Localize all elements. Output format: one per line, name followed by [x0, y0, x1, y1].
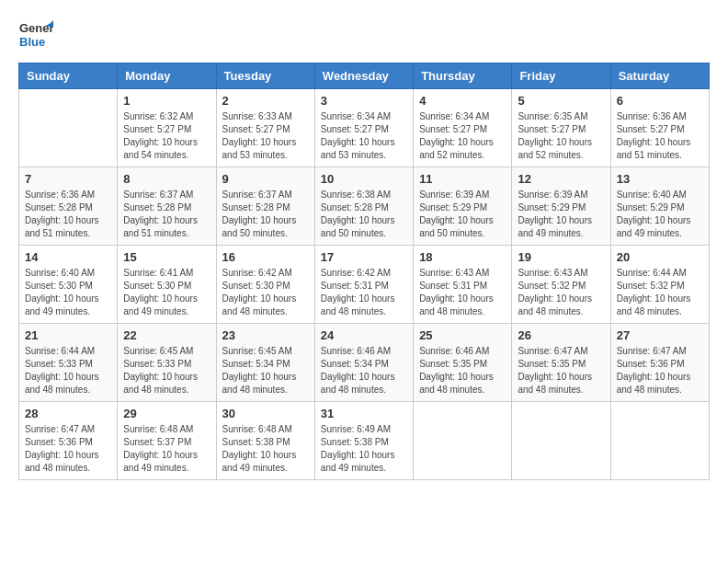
calendar-week-3: 14Sunrise: 6:40 AM Sunset: 5:30 PM Dayli…	[19, 246, 710, 324]
day-info: Sunrise: 6:43 AM Sunset: 5:31 PM Dayligh…	[419, 267, 506, 318]
day-number: 23	[222, 328, 309, 342]
calendar-cell: 28Sunrise: 6:47 AM Sunset: 5:36 PM Dayli…	[19, 402, 118, 480]
calendar-cell: 30Sunrise: 6:48 AM Sunset: 5:38 PM Dayli…	[216, 402, 314, 480]
day-info: Sunrise: 6:44 AM Sunset: 5:33 PM Dayligh…	[25, 345, 111, 396]
day-number: 15	[123, 250, 210, 264]
day-info: Sunrise: 6:45 AM Sunset: 5:34 PM Dayligh…	[222, 345, 309, 396]
calendar-week-4: 21Sunrise: 6:44 AM Sunset: 5:33 PM Dayli…	[19, 324, 710, 402]
day-number: 20	[617, 250, 703, 264]
calendar-week-5: 28Sunrise: 6:47 AM Sunset: 5:36 PM Dayli…	[19, 402, 710, 480]
day-of-week-sunday: Sunday	[19, 63, 118, 89]
calendar-cell: 23Sunrise: 6:45 AM Sunset: 5:34 PM Dayli…	[216, 324, 314, 402]
day-info: Sunrise: 6:45 AM Sunset: 5:33 PM Dayligh…	[123, 345, 210, 396]
day-number: 22	[123, 328, 210, 342]
calendar-header-row: SundayMondayTuesdayWednesdayThursdayFrid…	[19, 63, 710, 89]
calendar-week-2: 7Sunrise: 6:36 AM Sunset: 5:28 PM Daylig…	[19, 167, 710, 246]
calendar-cell: 13Sunrise: 6:40 AM Sunset: 5:29 PM Dayli…	[610, 167, 709, 246]
day-info: Sunrise: 6:34 AM Sunset: 5:27 PM Dayligh…	[321, 110, 407, 162]
day-info: Sunrise: 6:47 AM Sunset: 5:36 PM Dayligh…	[25, 423, 111, 475]
day-number: 9	[222, 172, 309, 186]
calendar-table: SundayMondayTuesdayWednesdayThursdayFrid…	[18, 63, 710, 480]
day-info: Sunrise: 6:48 AM Sunset: 5:37 PM Dayligh…	[123, 423, 210, 475]
day-info: Sunrise: 6:49 AM Sunset: 5:38 PM Dayligh…	[321, 423, 407, 475]
day-info: Sunrise: 6:38 AM Sunset: 5:28 PM Dayligh…	[321, 189, 407, 240]
calendar-cell: 4Sunrise: 6:34 AM Sunset: 5:27 PM Daylig…	[414, 89, 512, 167]
calendar-cell: 11Sunrise: 6:39 AM Sunset: 5:29 PM Dayli…	[414, 167, 512, 246]
day-number: 10	[321, 172, 407, 186]
day-number: 11	[419, 172, 506, 186]
day-info: Sunrise: 6:34 AM Sunset: 5:27 PM Dayligh…	[419, 110, 506, 162]
calendar-cell: 31Sunrise: 6:49 AM Sunset: 5:38 PM Dayli…	[314, 402, 413, 480]
logo: General Blue	[18, 18, 53, 53]
calendar-cell: 29Sunrise: 6:48 AM Sunset: 5:37 PM Dayli…	[118, 402, 216, 480]
calendar-cell	[610, 402, 709, 480]
logo-svg: General Blue	[18, 18, 53, 53]
day-info: Sunrise: 6:40 AM Sunset: 5:29 PM Dayligh…	[617, 189, 703, 240]
day-info: Sunrise: 6:47 AM Sunset: 5:35 PM Dayligh…	[518, 345, 604, 396]
day-number: 5	[518, 94, 604, 108]
day-info: Sunrise: 6:32 AM Sunset: 5:27 PM Dayligh…	[123, 110, 210, 162]
calendar-cell: 18Sunrise: 6:43 AM Sunset: 5:31 PM Dayli…	[414, 246, 512, 324]
day-info: Sunrise: 6:33 AM Sunset: 5:27 PM Dayligh…	[222, 110, 309, 162]
day-number: 1	[123, 94, 210, 108]
calendar-cell: 25Sunrise: 6:46 AM Sunset: 5:35 PM Dayli…	[414, 324, 512, 402]
day-number: 24	[321, 328, 407, 342]
day-of-week-saturday: Saturday	[610, 63, 709, 89]
day-number: 25	[419, 328, 506, 342]
calendar-cell	[512, 402, 610, 480]
calendar-cell: 1Sunrise: 6:32 AM Sunset: 5:27 PM Daylig…	[118, 89, 216, 167]
day-number: 6	[617, 94, 703, 108]
calendar-cell: 6Sunrise: 6:36 AM Sunset: 5:27 PM Daylig…	[610, 89, 709, 167]
day-info: Sunrise: 6:46 AM Sunset: 5:34 PM Dayligh…	[321, 345, 407, 396]
calendar-cell: 9Sunrise: 6:37 AM Sunset: 5:28 PM Daylig…	[216, 167, 314, 246]
day-info: Sunrise: 6:44 AM Sunset: 5:32 PM Dayligh…	[617, 267, 703, 318]
calendar-cell: 24Sunrise: 6:46 AM Sunset: 5:34 PM Dayli…	[314, 324, 413, 402]
calendar-cell: 7Sunrise: 6:36 AM Sunset: 5:28 PM Daylig…	[19, 167, 118, 246]
calendar-cell: 26Sunrise: 6:47 AM Sunset: 5:35 PM Dayli…	[512, 324, 610, 402]
page-header: General Blue	[18, 18, 710, 53]
day-info: Sunrise: 6:41 AM Sunset: 5:30 PM Dayligh…	[123, 267, 210, 318]
day-number: 27	[617, 328, 703, 342]
calendar-cell: 15Sunrise: 6:41 AM Sunset: 5:30 PM Dayli…	[118, 246, 216, 324]
day-info: Sunrise: 6:39 AM Sunset: 5:29 PM Dayligh…	[419, 189, 506, 240]
calendar-cell: 3Sunrise: 6:34 AM Sunset: 5:27 PM Daylig…	[314, 89, 413, 167]
day-info: Sunrise: 6:36 AM Sunset: 5:27 PM Dayligh…	[617, 110, 703, 162]
calendar-cell: 19Sunrise: 6:43 AM Sunset: 5:32 PM Dayli…	[512, 246, 610, 324]
calendar-week-1: 1Sunrise: 6:32 AM Sunset: 5:27 PM Daylig…	[19, 89, 710, 167]
day-info: Sunrise: 6:43 AM Sunset: 5:32 PM Dayligh…	[518, 267, 604, 318]
day-info: Sunrise: 6:42 AM Sunset: 5:30 PM Dayligh…	[222, 267, 309, 318]
day-info: Sunrise: 6:35 AM Sunset: 5:27 PM Dayligh…	[518, 110, 604, 162]
day-info: Sunrise: 6:42 AM Sunset: 5:31 PM Dayligh…	[321, 267, 407, 318]
day-of-week-monday: Monday	[118, 63, 216, 89]
calendar-cell: 21Sunrise: 6:44 AM Sunset: 5:33 PM Dayli…	[19, 324, 118, 402]
calendar-cell: 8Sunrise: 6:37 AM Sunset: 5:28 PM Daylig…	[118, 167, 216, 246]
calendar-cell: 2Sunrise: 6:33 AM Sunset: 5:27 PM Daylig…	[216, 89, 314, 167]
calendar-cell: 12Sunrise: 6:39 AM Sunset: 5:29 PM Dayli…	[512, 167, 610, 246]
day-of-week-wednesday: Wednesday	[314, 63, 413, 89]
day-info: Sunrise: 6:36 AM Sunset: 5:28 PM Dayligh…	[25, 189, 111, 240]
svg-text:Blue: Blue	[19, 35, 45, 49]
calendar-cell: 14Sunrise: 6:40 AM Sunset: 5:30 PM Dayli…	[19, 246, 118, 324]
day-of-week-friday: Friday	[512, 63, 610, 89]
day-number: 29	[123, 407, 210, 420]
calendar-cell: 27Sunrise: 6:47 AM Sunset: 5:36 PM Dayli…	[610, 324, 709, 402]
day-number: 7	[25, 172, 111, 186]
day-number: 30	[222, 407, 309, 420]
calendar-cell: 16Sunrise: 6:42 AM Sunset: 5:30 PM Dayli…	[216, 246, 314, 324]
day-info: Sunrise: 6:48 AM Sunset: 5:38 PM Dayligh…	[222, 423, 309, 475]
day-number: 2	[222, 94, 309, 108]
day-number: 17	[321, 250, 407, 264]
day-info: Sunrise: 6:37 AM Sunset: 5:28 PM Dayligh…	[222, 189, 309, 240]
day-number: 28	[25, 407, 111, 420]
calendar-cell: 17Sunrise: 6:42 AM Sunset: 5:31 PM Dayli…	[314, 246, 413, 324]
day-number: 21	[25, 328, 111, 342]
day-number: 4	[419, 94, 506, 108]
day-info: Sunrise: 6:40 AM Sunset: 5:30 PM Dayligh…	[25, 267, 111, 318]
day-number: 14	[25, 250, 111, 264]
day-number: 19	[518, 250, 604, 264]
day-number: 12	[518, 172, 604, 186]
day-number: 16	[222, 250, 309, 264]
day-number: 26	[518, 328, 604, 342]
day-info: Sunrise: 6:39 AM Sunset: 5:29 PM Dayligh…	[518, 189, 604, 240]
day-of-week-thursday: Thursday	[414, 63, 512, 89]
